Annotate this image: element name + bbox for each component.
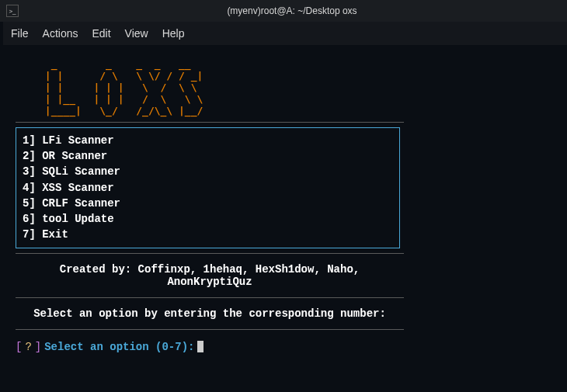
menu-help[interactable]: Help [162,27,185,40]
terminal-icon: >_ [6,5,19,17]
menu-edit[interactable]: Edit [92,27,110,40]
menu-option-5: 5] CRLF Scanner [23,196,393,211]
menu-view[interactable]: View [125,27,148,40]
terminal-body[interactable]: _ _ _ _ __ | | / \ \ \/ / / _| | | | | |… [0,45,567,353]
divider [16,253,404,254]
menubar: File Actions Edit View Help [0,22,567,45]
window-title: (myenv)root@A: ~/Desktop oxs [23,5,561,16]
ascii-logo: _ _ _ _ __ | | / \ \ \/ / / _| | | | | |… [39,59,555,117]
menu-option-3: 3] SQLi Scanner [23,164,393,179]
option-menu-box: 1] LFi Scanner 2] OR Scanner 3] SQLi Sca… [16,127,400,248]
created-by-line: Created by: Coffinxp, 1hehaq, HexSh1dow,… [16,258,404,293]
divider [16,122,404,123]
text-cursor [197,341,203,352]
prompt-right-bracket: ] [35,341,41,353]
divider [16,297,404,298]
menu-option-7: 7] Exit [23,227,393,242]
menu-option-6: 6] tool Update [23,211,393,227]
menu-option-4: 4] XSS Scanner [23,180,393,196]
menu-file[interactable]: File [11,27,29,40]
input-prompt[interactable]: [?] Select an option (0-7): [16,341,555,353]
menu-option-2: 2] OR Scanner [23,148,393,164]
prompt-text: Select an option (0-7): [44,341,194,353]
window-titlebar: >_ (myenv)root@A: ~/Desktop oxs [0,0,567,22]
menu-actions[interactable]: Actions [43,27,78,40]
prompt-left-bracket: [ [16,341,22,353]
prompt-question-mark: ? [25,341,31,353]
select-instruction: Select an option by entering the corresp… [16,303,404,324]
menu-option-1: 1] LFi Scanner [23,133,393,148]
divider [16,329,404,330]
